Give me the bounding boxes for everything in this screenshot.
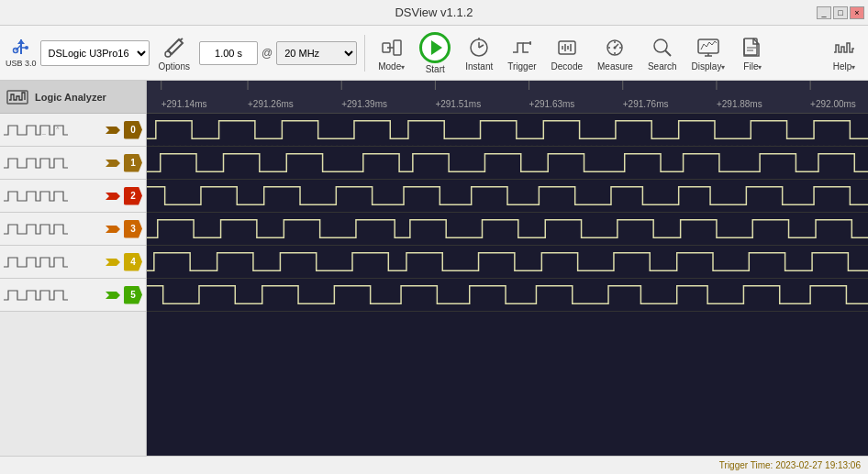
channel-3-arrow[interactable] [104,220,122,238]
svg-marker-42 [106,193,120,200]
main-area: Logic Analyzer _ x 0 1 [0,81,868,456]
channel-4-arrow[interactable] [104,253,122,271]
play-icon [431,40,442,55]
channel-2-mini-wave [4,187,68,205]
svg-marker-40 [106,127,120,134]
title-bar: DSView v1.1.2 _ □ × [0,0,868,26]
waveform-tracks [147,114,868,312]
channel-3-badge[interactable]: 3 [124,220,142,238]
channel-1-badge[interactable]: 1 [124,154,142,172]
svg-line-7 [180,39,183,40]
channel-row-0: _ x 0 [0,114,146,147]
close-button[interactable]: × [850,6,864,19]
device-selector[interactable]: DSLogic U3Pro16 [40,40,150,66]
file-label: File▾ [743,61,762,72]
channel-row-1: 1 [0,147,146,180]
svg-marker-44 [106,259,120,266]
waveform-track-5 [147,279,868,312]
channel-3-mini-wave [4,220,68,238]
trigger-label: Trigger [507,61,536,72]
svg-text:x: x [56,124,60,130]
channel-row-3: 3 [0,213,146,246]
channel-header-label: Logic Analyzer [35,92,106,103]
time-input[interactable] [199,41,258,65]
usb-label: USB 3.0 [6,59,37,68]
waveform-svg-5 [147,279,868,311]
channel-2-badge[interactable]: 2 [124,187,142,205]
instant-label: Instant [465,61,493,72]
waveform-track-4 [147,246,868,279]
at-label: @ [262,47,273,60]
waveform-track-3 [147,213,868,246]
options-icon [161,35,187,61]
freq-selector[interactable]: 20 MHz 10 MHz 5 MHz [276,41,357,65]
svg-point-6 [165,51,171,57]
waveform-svg-3 [147,213,868,245]
channel-row-5: 5 [0,279,146,312]
help-waveform-icon [831,35,857,61]
channel-4-badge[interactable]: 4 [124,253,142,271]
waveform-area[interactable]: +291.14ms +291.26ms +291.39ms +291.51ms … [147,81,868,456]
instant-icon [466,35,492,61]
svg-marker-41 [106,160,120,167]
channel-1-mini-wave [4,154,68,172]
channel-5-mini-wave [4,286,68,304]
waveform-track-1 [147,147,868,180]
mode-icon [379,35,405,61]
trigger-button[interactable]: Trigger [502,33,541,73]
waveform-svg-1 [147,147,868,179]
help-label: Help▾ [833,61,856,72]
channel-panel-header: Logic Analyzer [0,81,146,114]
svg-marker-43 [106,226,120,233]
help-button[interactable]: Help▾ [826,33,862,73]
search-label: Search [648,61,677,72]
channel-5-badge[interactable]: 5 [124,286,142,304]
channel-2-arrow[interactable] [104,187,122,205]
file-icon [740,35,765,61]
mode-label: Mode▾ [378,61,405,72]
device-section: USB 3.0 DSLogic U3Pro16 [6,38,150,68]
search-button[interactable]: Search [642,33,683,73]
svg-marker-45 [106,292,120,299]
file-button[interactable]: File▾ [734,33,771,73]
display-icon [696,35,721,61]
channel-1-arrow[interactable] [104,154,122,172]
svg-rect-9 [394,40,401,55]
channel-row-4: 4 [0,246,146,279]
channel-0-badge[interactable]: 0 [124,121,142,139]
waveform-svg-2 [147,180,868,212]
channel-4-mini-wave [4,253,68,271]
channel-5-arrow[interactable] [104,286,122,304]
svg-point-29 [654,39,667,52]
trigger-icon [509,35,535,61]
waveform-svg-0 [147,114,868,146]
logic-analyzer-icon [6,87,29,107]
waveform-track-0 [147,114,868,147]
start-circle[interactable] [419,32,451,63]
decode-button[interactable]: Decode [546,33,588,73]
instant-button[interactable]: Instant [460,33,498,73]
channel-row-2: 2 [0,180,146,213]
trigger-time-label: Trigger Time: 2023-02-27 19:13:06 [719,460,861,470]
status-bar: Trigger Time: 2023-02-27 19:13:06 [0,456,868,474]
options-button[interactable]: Options [153,33,195,73]
search-icon [650,35,675,61]
start-button[interactable]: Start [414,30,456,76]
display-label: Display▾ [692,61,726,72]
maximize-button[interactable]: □ [833,6,848,19]
channel-0-mini-wave: _ x [4,121,68,139]
measure-button[interactable]: Measure [592,33,639,73]
display-button[interactable]: Display▾ [686,33,731,73]
decode-label: Decode [551,61,583,72]
separator-1 [364,35,365,72]
toolbar: USB 3.0 DSLogic U3Pro16 Options @ 20 MHz… [0,26,868,81]
usb-icon-block: USB 3.0 [6,38,37,68]
svg-line-30 [665,50,671,56]
channel-panel: Logic Analyzer _ x 0 1 [0,81,147,456]
window-controls[interactable]: _ □ × [817,6,864,19]
waveform-svg-4 [147,246,868,278]
options-label: Options [159,61,190,72]
channel-0-arrow[interactable] [104,121,122,139]
mode-button[interactable]: Mode▾ [373,33,410,73]
minimize-button[interactable]: _ [817,6,831,19]
